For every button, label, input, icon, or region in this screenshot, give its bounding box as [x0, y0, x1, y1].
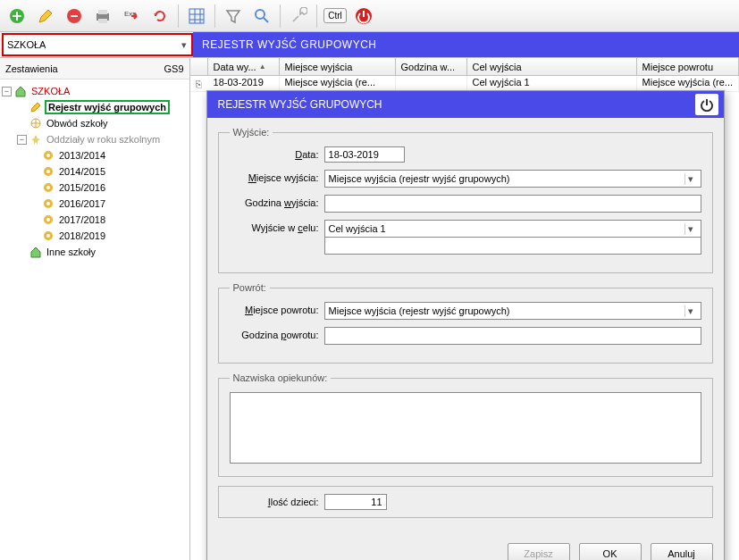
fieldset-powrot: Powrót: Miejsce powrotu: Miejsce wyjścia… [218, 282, 713, 364]
cell-godzina [396, 76, 467, 91]
edit-icon [29, 101, 42, 113]
legend: Wyjście: [230, 127, 273, 138]
globe-icon [29, 117, 42, 130]
svg-rect-4 [98, 19, 107, 23]
tree-node-year[interactable]: 2013/2014 [2, 147, 188, 163]
ok-button[interactable]: OK [579, 543, 642, 560]
delete-icon[interactable] [61, 3, 88, 29]
nazwiska-textarea[interactable] [230, 392, 701, 464]
tree-header-code: GS9 [164, 63, 184, 74]
label-ilosc-dzieci: Ilość dzieci: [230, 494, 319, 507]
label-godzina-powrotu: Godzina powrotu: [230, 327, 319, 340]
print-icon[interactable] [89, 3, 116, 29]
filter-icon[interactable] [220, 3, 247, 29]
section-title: REJESTR WYJŚĆ GRUPOWYCH [193, 32, 739, 57]
dialog-titlebar: REJESTR WYJŚĆ GRUPOWYCH [207, 91, 724, 118]
separator-icon [178, 4, 179, 28]
separator-icon [214, 4, 215, 28]
column-header[interactable]: Miejsce wyjścia [280, 58, 396, 75]
export-icon[interactable]: Exp [118, 3, 145, 29]
label-wyjscie-w-celu: Wyjście w celu: [230, 220, 319, 233]
fieldset-nazwiska: Nazwiska opiekunów: [218, 372, 713, 477]
collapse-icon[interactable]: − [2, 87, 12, 96]
tree-node-rejestr[interactable]: Rejestr wyjść grupowych [2, 99, 188, 115]
chevron-down-icon[interactable]: ▾ [177, 39, 191, 51]
cell-miejsce: Miejsce wyjścia (re... [280, 76, 396, 91]
house-icon [29, 246, 42, 258]
tree-label: Oddziały w roku szkolnym [45, 134, 162, 145]
chevron-down-icon: ▾ [684, 305, 697, 317]
gear-icon [42, 197, 55, 210]
tree-label: 2014/2015 [57, 166, 107, 177]
column-header[interactable]: Godzina w... [396, 58, 467, 75]
tree-label: 2015/2016 [57, 182, 107, 193]
tree-node-year[interactable]: 2014/2015 [2, 163, 188, 180]
tree-label: 2018/2019 [57, 230, 107, 241]
ilosc-dzieci-input[interactable] [324, 494, 387, 510]
column-header[interactable]: Cel wyjścia [467, 58, 637, 75]
godzina-powrotu-input[interactable] [324, 327, 701, 345]
svg-point-11 [46, 154, 50, 157]
row-marker-header [190, 58, 208, 75]
power-icon[interactable] [695, 94, 718, 115]
scope-combo-input[interactable] [4, 38, 177, 52]
pin-icon [29, 133, 42, 146]
svg-point-19 [46, 218, 50, 221]
grid-icon[interactable] [183, 3, 210, 29]
svg-rect-3 [98, 10, 107, 14]
main-toolbar: Exp Ctrl [0, 0, 739, 32]
tree-node-year[interactable]: 2015/2016 [2, 180, 188, 196]
gear-icon [42, 230, 55, 242]
tree-panel: Zestawienia GS9 − SZKOŁA Rejestr wyjść g… [0, 58, 190, 560]
scope-combo[interactable]: ▾ [2, 33, 193, 56]
gear-icon [42, 165, 55, 178]
tree: − SZKOŁA Rejestr wyjść grupowych Obwód s… [0, 79, 189, 263]
search-icon[interactable] [248, 3, 275, 29]
svg-point-13 [46, 170, 50, 173]
label-data: Data: [230, 146, 319, 160]
zapisz-button[interactable]: Zapisz [508, 543, 570, 560]
ctrl-label[interactable]: Ctrl [322, 3, 349, 29]
cell-date: 18-03-2019 [208, 76, 280, 91]
anuluj-button[interactable]: Anuluj [651, 543, 713, 560]
column-header[interactable]: Data wy...▲ [208, 58, 280, 75]
miejsce-powrotu-select[interactable]: Miejsce wyjścia (rejestr wyjść grupowych… [324, 302, 701, 320]
power-icon[interactable] [350, 3, 377, 29]
tree-label: Inne szkoły [45, 247, 97, 257]
label-godzina-wyjscia: Godzina wyjścia: [230, 195, 319, 208]
separator-icon [316, 4, 317, 28]
chevron-down-icon: ▾ [684, 173, 697, 185]
tree-node-year[interactable]: 2018/2019 [2, 228, 188, 244]
sub-header: ▾ REJESTR WYJŚĆ GRUPOWYCH [0, 32, 739, 57]
tree-node-oddzialy[interactable]: − Oddziały w roku szkolnym [2, 131, 188, 147]
tree-label: 2013/2014 [57, 150, 107, 161]
svg-point-21 [46, 234, 50, 238]
tree-node-year[interactable]: 2017/2018 [2, 212, 188, 228]
chevron-down-icon: ▾ [684, 223, 697, 235]
cel-text-input[interactable] [324, 237, 701, 255]
refresh-icon[interactable] [147, 3, 173, 29]
tree-label: Rejestr wyjść grupowych [45, 100, 170, 114]
tree-node-obwod[interactable]: Obwód szkoły [2, 115, 188, 131]
dialog-buttons: Zapisz OK Anuluj [207, 538, 724, 560]
legend: Nazwiska opiekunów: [230, 372, 332, 383]
tree-node-year[interactable]: 2016/2017 [2, 196, 188, 212]
tree-label: Obwód szkoły [45, 118, 109, 129]
legend: Powrót: [230, 282, 270, 293]
tools-icon[interactable] [285, 3, 312, 29]
cel-select[interactable]: Cel wyjścia 1▾ [324, 220, 701, 238]
add-icon[interactable] [4, 3, 30, 29]
tree-node-inne[interactable]: Inne szkoły [2, 244, 188, 260]
data-input[interactable] [324, 146, 405, 163]
collapse-icon[interactable]: − [17, 135, 27, 145]
sort-asc-icon: ▲ [259, 63, 266, 71]
godzina-wyjscia-input[interactable] [324, 195, 701, 213]
edit-icon[interactable] [32, 3, 59, 29]
fieldset-wyjscie: Wyjście: Data: Miejsce wyjścia: Miejsce … [218, 127, 713, 273]
gear-icon [42, 213, 55, 226]
grid-header: Data wy...▲ Miejsce wyjścia Godzina w...… [190, 58, 739, 76]
miejsce-wyjscia-select[interactable]: Miejsce wyjścia (rejestr wyjść grupowych… [324, 170, 701, 188]
column-header[interactable]: Miejsce powrotu [637, 58, 739, 75]
copy-icon: ⎘ [190, 76, 208, 91]
tree-node-root[interactable]: − SZKOŁA [2, 83, 188, 99]
